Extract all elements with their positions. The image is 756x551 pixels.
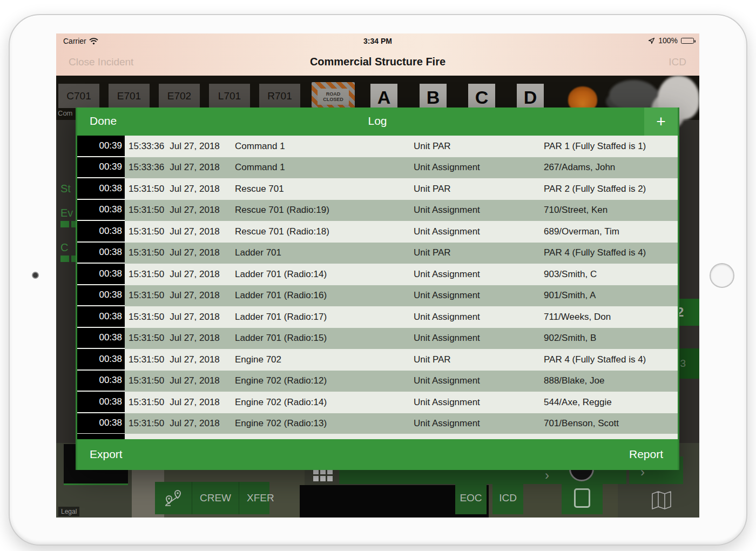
- log-unit: Command 1: [231, 162, 410, 173]
- elapsed-time-badge: [77, 434, 125, 439]
- elapsed-time-badge: 00:38: [77, 178, 125, 200]
- log-timestamp: 15:31:50 Jul 27, 2018: [125, 226, 231, 237]
- grid-icon[interactable]: [313, 469, 336, 482]
- log-row[interactable]: 00:38 15:31:50 Jul 27, 2018 Engine 702 U…: [77, 349, 678, 371]
- log-row[interactable]: 00:38 15:31:50 Jul 27, 2018 Rescue 701 (…: [77, 221, 678, 243]
- log-date: Jul 27, 2018: [170, 162, 220, 173]
- log-date: Jul 27, 2018: [170, 418, 220, 429]
- unit-button[interactable]: E702: [159, 84, 200, 108]
- log-detail: 711/Weeks, Don: [540, 312, 678, 322]
- elapsed-time-badge: 00:38: [77, 392, 125, 413]
- log-row-partial[interactable]: [77, 434, 678, 439]
- log-unit: Rescue 701 (Radio:19): [231, 205, 410, 216]
- log-time: 15:31:50: [129, 333, 164, 344]
- export-button[interactable]: Export: [90, 448, 123, 461]
- elapsed-time-badge: 00:38: [77, 200, 125, 221]
- log-event-type: Unit PAR: [410, 141, 540, 152]
- log-row[interactable]: 00:39 15:33:36 Jul 27, 2018 Command 1 Un…: [77, 157, 678, 179]
- log-time: 15:31:50: [129, 226, 164, 237]
- division-a-button[interactable]: A: [370, 84, 397, 111]
- log-timestamp: 15:31:50 Jul 27, 2018: [125, 354, 231, 365]
- road-closed-sign-icon[interactable]: ROAD CLOSED: [312, 82, 355, 111]
- front-camera: [32, 272, 39, 279]
- log-date: Jul 27, 2018: [170, 141, 220, 152]
- log-timestamp: 15:31:50 Jul 27, 2018: [125, 184, 231, 194]
- log-time: 15:31:50: [129, 418, 164, 429]
- elapsed-time-badge: 00:38: [77, 328, 125, 350]
- log-detail: 701/Benson, Scott: [540, 418, 678, 429]
- log-date: Jul 27, 2018: [170, 312, 220, 322]
- log-detail: PAR 4 (Fully Staffed is 4): [540, 247, 678, 258]
- log-row[interactable]: 00:38 15:31:50 Jul 27, 2018 Rescue 701 (…: [77, 200, 678, 221]
- log-modal-footer: Export Report: [77, 439, 678, 470]
- division-b-button[interactable]: B: [420, 84, 447, 111]
- elapsed-time-badge: 00:38: [77, 221, 125, 243]
- map-icon[interactable]: [651, 490, 672, 511]
- unit-button[interactable]: R701: [259, 84, 300, 108]
- clock-label: 3:34 PM: [56, 37, 699, 45]
- crew-button[interactable]: CREW: [192, 482, 239, 514]
- xfer-button[interactable]: XFER: [239, 482, 282, 514]
- log-timestamp: 15:31:50 Jul 27, 2018: [125, 418, 231, 429]
- tablet-button[interactable]: [562, 482, 603, 514]
- crew-xfer-toolbar: CREW XFER: [155, 482, 269, 514]
- log-row[interactable]: 00:39 15:33:36 Jul 27, 2018 Command 1 Un…: [77, 136, 678, 157]
- log-event-type: Unit PAR: [410, 247, 540, 258]
- icd-nav-button[interactable]: ICD: [669, 56, 686, 68]
- log-row[interactable]: 00:38 15:31:50 Jul 27, 2018 Ladder 701 (…: [77, 328, 678, 350]
- battery-percent-label: 100%: [658, 36, 678, 45]
- navigation-bar: Close Incident Commercial Structure Fire…: [56, 49, 699, 76]
- unit-button[interactable]: C701: [58, 84, 99, 108]
- home-button[interactable]: [710, 263, 734, 288]
- log-row[interactable]: 00:38 15:31:50 Jul 27, 2018 Ladder 701 (…: [77, 285, 678, 307]
- log-date: Jul 27, 2018: [170, 333, 220, 344]
- log-row[interactable]: 00:38 15:31:50 Jul 27, 2018 Ladder 701 U…: [77, 243, 678, 264]
- unit-button[interactable]: L701: [209, 84, 250, 108]
- log-date: Jul 27, 2018: [170, 269, 220, 280]
- log-detail: 901/Smith, A: [540, 290, 678, 301]
- chevron-right-icon[interactable]: ›: [545, 468, 549, 483]
- log-unit: Command 1: [231, 141, 410, 152]
- log-date: Jul 27, 2018: [170, 397, 220, 408]
- log-unit: Engine 702 (Radio:12): [231, 375, 410, 386]
- icd-button[interactable]: ICD: [492, 482, 523, 514]
- log-row[interactable]: 00:38 15:31:50 Jul 27, 2018 Engine 702 (…: [77, 371, 678, 392]
- log-event-type: Unit Assignment: [410, 375, 540, 386]
- log-date: Jul 27, 2018: [170, 290, 220, 301]
- division-c-button[interactable]: C: [468, 84, 495, 111]
- log-event-type: Unit Assignment: [410, 312, 540, 322]
- log-date: Jul 27, 2018: [170, 247, 220, 258]
- log-detail: PAR 1 (Fully Staffed is 1): [540, 141, 678, 152]
- log-row[interactable]: 00:38 15:31:50 Jul 27, 2018 Ladder 701 (…: [77, 306, 678, 328]
- log-row[interactable]: 00:38 15:31:50 Jul 27, 2018 Ladder 701 (…: [77, 264, 678, 285]
- legal-label[interactable]: Legal: [58, 507, 79, 516]
- log-detail: 903/Smith, C: [540, 269, 678, 280]
- dark-smoke-icon[interactable]: [609, 80, 658, 110]
- add-log-entry-button[interactable]: +: [644, 107, 678, 136]
- log-unit: Engine 702: [231, 354, 410, 365]
- log-detail: 902/Smith, B: [540, 333, 678, 344]
- division-d-button[interactable]: D: [517, 84, 544, 111]
- log-time: 15:31:50: [129, 397, 164, 408]
- log-time: 15:33:36: [129, 141, 164, 152]
- log-row[interactable]: 00:38 15:31:50 Jul 27, 2018 Rescue 701 U…: [77, 178, 678, 200]
- top-chrome: Carrier 3:34 PM 100%: [56, 33, 699, 76]
- log-time: 15:31:50: [129, 290, 164, 301]
- log-detail: 710/Street, Ken: [540, 205, 678, 216]
- log-unit: Ladder 701 (Radio:15): [231, 333, 410, 344]
- log-time: 15:31:50: [129, 375, 164, 386]
- log-timestamp: 15:31:50 Jul 27, 2018: [125, 205, 231, 216]
- log-unit: Ladder 701: [231, 247, 410, 258]
- log-row[interactable]: 00:38 15:31:50 Jul 27, 2018 Engine 702 (…: [77, 413, 678, 435]
- elapsed-time-badge: 00:38: [77, 413, 125, 435]
- log-unit: Ladder 701 (Radio:17): [231, 312, 410, 322]
- log-row[interactable]: 00:38 15:31:50 Jul 27, 2018 Engine 702 (…: [77, 392, 678, 413]
- report-button[interactable]: Report: [629, 448, 663, 461]
- eoc-button[interactable]: EOC: [455, 482, 487, 514]
- transfer-pins-icon[interactable]: [155, 482, 192, 514]
- unit-button[interactable]: E701: [109, 84, 150, 108]
- sidebar-label-ev: Ev: [60, 207, 73, 219]
- sidebar-label-st: St: [60, 183, 71, 195]
- status-bar: Carrier 3:34 PM 100%: [56, 33, 699, 49]
- log-detail: PAR 4 (Fully Staffed is 4): [540, 354, 678, 365]
